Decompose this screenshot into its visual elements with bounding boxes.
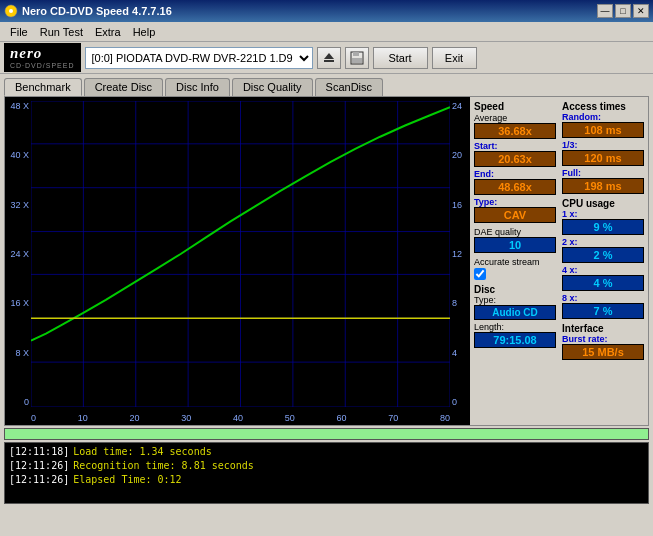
accurate-stream-label: Accurate stream	[474, 257, 556, 267]
tab-benchmark[interactable]: Benchmark	[4, 78, 82, 96]
y-right-24: 24	[452, 101, 462, 111]
minimize-button[interactable]: —	[597, 4, 613, 18]
disc-type-sublabel: Type:	[474, 295, 556, 305]
side-panel: Speed Average 36.68x Start: 20.63x End: …	[470, 97, 648, 425]
disc-type-value: Audio CD	[474, 305, 556, 320]
one-third-label: 1/3:	[562, 140, 644, 150]
svg-rect-6	[352, 58, 362, 63]
svg-point-1	[9, 9, 13, 13]
log-line-2: [12:11:26] Recognition time: 8.81 second…	[9, 459, 644, 473]
start-label: Start:	[474, 141, 498, 151]
y-right-8: 8	[452, 298, 457, 308]
start-value: 20.63x	[474, 151, 556, 167]
save-icon	[350, 51, 364, 65]
log-time-2: [12:11:26]	[9, 459, 69, 473]
cpu-1x-value: 9 %	[562, 219, 644, 235]
interface-section: Interface Burst rate: 15 MB/s	[562, 323, 644, 360]
log-time-1: [12:11:18]	[9, 445, 69, 459]
cpu-usage-label: CPU usage	[562, 198, 644, 209]
close-button[interactable]: ✕	[633, 4, 649, 18]
x-label-0: 0	[31, 413, 36, 423]
eject-icon	[322, 51, 336, 65]
title-bar: Nero CD-DVD Speed 4.7.7.16 — □ ✕	[0, 0, 653, 22]
log-msg-2: Recognition time: 8.81 seconds	[73, 459, 254, 473]
cpu-8x-value: 7 %	[562, 303, 644, 319]
y-label-48x: 48 X	[10, 101, 29, 111]
log-area[interactable]: [12:11:18] Load time: 1.34 seconds [12:1…	[4, 442, 649, 504]
save-button[interactable]	[345, 47, 369, 69]
tab-disc-info[interactable]: Disc Info	[165, 78, 230, 96]
x-label-80: 80	[440, 413, 450, 423]
access-times-section: Access times Random: 108 ms 1/3: 120 ms …	[562, 101, 644, 194]
random-value: 108 ms	[562, 122, 644, 138]
y-right-4: 4	[452, 348, 457, 358]
x-label-70: 70	[388, 413, 398, 423]
burst-label: Burst rate:	[562, 334, 644, 344]
x-label-10: 10	[78, 413, 88, 423]
end-value: 48.68x	[474, 179, 556, 195]
one-third-value: 120 ms	[562, 150, 644, 166]
log-msg-1: Load time: 1.34 seconds	[73, 445, 211, 459]
title-bar-left: Nero CD-DVD Speed 4.7.7.16	[4, 4, 172, 18]
eject-button[interactable]	[317, 47, 341, 69]
chart-svg	[31, 101, 450, 407]
cpu-4x-value: 4 %	[562, 275, 644, 291]
nero-logo: nero CD·DVD/SPEED	[4, 43, 81, 71]
svg-rect-3	[324, 60, 334, 62]
log-line-3: [12:11:26] Elapsed Time: 0:12	[9, 473, 644, 487]
disc-length-label: Length:	[474, 322, 556, 332]
x-label-60: 60	[336, 413, 346, 423]
cpu-usage-section: CPU usage 1 x: 9 % 2 x: 2 % 4 x: 4 % 8 x…	[562, 198, 644, 319]
dae-section: DAE quality 10	[474, 227, 556, 253]
toolbar: nero CD·DVD/SPEED [0:0] PIODATA DVD-RW D…	[0, 42, 653, 74]
log-msg-3: Elapsed Time: 0:12	[73, 473, 181, 487]
y-right-20: 20	[452, 150, 462, 160]
cpu-4x-label: 4 x:	[562, 265, 644, 275]
menu-help[interactable]: Help	[127, 25, 162, 39]
title-controls: — □ ✕	[597, 4, 649, 18]
exit-button[interactable]: Exit	[432, 47, 477, 69]
drive-select[interactable]: [0:0] PIODATA DVD-RW DVR-221D 1.D9	[85, 47, 313, 69]
accurate-stream-checkbox[interactable]	[474, 268, 486, 280]
speed-label: Speed	[474, 101, 556, 112]
speed-section: Speed Average 36.68x Start: 20.63x End: …	[474, 101, 556, 223]
cpu-2x-label: 2 x:	[562, 237, 644, 247]
tab-disc-quality[interactable]: Disc Quality	[232, 78, 313, 96]
start-button[interactable]: Start	[373, 47, 428, 69]
y-label-40x: 40 X	[10, 150, 29, 160]
full-label: Full:	[562, 168, 644, 178]
y-label-8x: 8 X	[15, 348, 29, 358]
y-right-0: 0	[452, 397, 457, 407]
x-label-40: 40	[233, 413, 243, 423]
disc-length-value: 79:15.08	[474, 332, 556, 348]
tab-scan-disc[interactable]: ScanDisc	[315, 78, 383, 96]
maximize-button[interactable]: □	[615, 4, 631, 18]
cd-icon	[4, 4, 18, 18]
tab-bar: Benchmark Create Disc Disc Info Disc Qua…	[0, 74, 653, 96]
accurate-stream-section: Accurate stream	[474, 257, 556, 280]
svg-marker-2	[324, 53, 334, 59]
log-time-3: [12:11:26]	[9, 473, 69, 487]
x-label-20: 20	[129, 413, 139, 423]
disc-type-label: Disc	[474, 284, 556, 295]
average-value: 36.68x	[474, 123, 556, 139]
access-times-label: Access times	[562, 101, 644, 112]
y-label-32x: 32 X	[10, 200, 29, 210]
burst-value: 15 MB/s	[562, 344, 644, 360]
menu-extra[interactable]: Extra	[89, 25, 127, 39]
y-label-24x: 24 X	[10, 249, 29, 259]
dae-value: 10	[474, 237, 556, 253]
random-label: Random:	[562, 112, 644, 122]
cpu-1x-label: 1 x:	[562, 209, 644, 219]
menu-run-test[interactable]: Run Test	[34, 25, 89, 39]
type-value: CAV	[474, 207, 556, 223]
tab-create-disc[interactable]: Create Disc	[84, 78, 163, 96]
full-value: 198 ms	[562, 178, 644, 194]
log-line-1: [12:11:18] Load time: 1.34 seconds	[9, 445, 644, 459]
end-label: End:	[474, 169, 556, 179]
y-label-16x: 16 X	[10, 298, 29, 308]
y-label-0: 0	[24, 397, 29, 407]
progress-bar	[4, 428, 649, 440]
menu-file[interactable]: File	[4, 25, 34, 39]
y-right-12: 12	[452, 249, 462, 259]
